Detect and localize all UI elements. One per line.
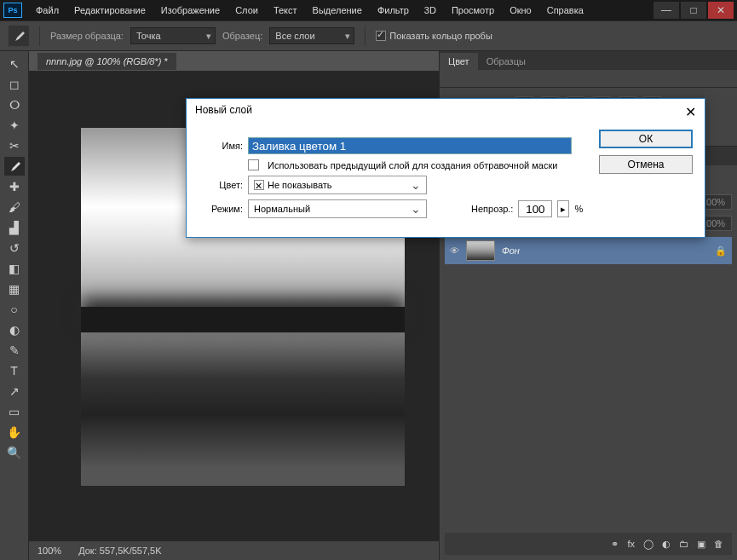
name-input[interactable] — [248, 137, 572, 154]
opacity-unit: % — [574, 204, 583, 214]
show-ring-label: Показать кольцо пробы — [389, 31, 492, 41]
brush-tool-icon[interactable]: 🖌 — [4, 198, 25, 216]
layer-thumbnail — [466, 240, 495, 261]
cancel-button[interactable]: Отмена — [599, 155, 693, 174]
minimize-button[interactable]: — — [654, 2, 679, 19]
color-row: Цвет: ✕ Не показывать — [199, 176, 693, 194]
doc-size: Док: 557,5K/557,5K — [78, 546, 161, 556]
menu-file[interactable]: Файл — [29, 3, 66, 18]
ok-button[interactable]: ОК — [599, 130, 693, 148]
sample-label: Образец: — [222, 31, 262, 41]
dialog-buttons: ОК Отмена — [599, 130, 693, 174]
crop-tool-icon[interactable]: ✂ — [4, 136, 25, 155]
layer-name[interactable]: Фон — [502, 245, 708, 256]
history-tool-icon[interactable]: ↺ — [4, 239, 25, 257]
dodge-tool-icon[interactable]: ◐ — [4, 320, 25, 339]
menu-help[interactable]: Справка — [540, 3, 590, 18]
stamp-tool-icon[interactable]: ▟ — [4, 218, 25, 237]
color-panel: Цвет Образцы — [440, 51, 737, 88]
opacity-label: Непрозр.: — [471, 204, 513, 214]
shape-tool-icon[interactable]: ▭ — [4, 402, 25, 421]
divider — [39, 26, 40, 46]
opacity-spinner[interactable]: ▸ — [557, 200, 569, 217]
color-panel-body — [440, 70, 737, 87]
eyedropper-preset-icon[interactable] — [9, 26, 29, 46]
sample-select[interactable]: Все слои — [269, 27, 354, 44]
lasso-tool-icon[interactable]: ⵔ — [4, 95, 25, 114]
menu-3d[interactable]: 3D — [417, 3, 443, 18]
move-tool-icon[interactable]: ↖ — [4, 55, 25, 73]
tab-color[interactable]: Цвет — [440, 53, 478, 70]
new-layer-dialog: Новый слой ✕ ОК Отмена Имя: Использовать… — [186, 98, 705, 238]
eyedropper-tool-icon[interactable] — [4, 157, 25, 176]
menu-edit[interactable]: Редактирование — [67, 3, 153, 18]
new-layer-icon[interactable]: ▣ — [697, 539, 705, 550]
hand-tool-icon[interactable]: ✋ — [4, 423, 25, 442]
document-tabs: пппп.jpg @ 100% (RGB/8*) * — [29, 51, 439, 72]
dialog-title: Новый слой — [195, 104, 252, 120]
tab-swatches[interactable]: Образцы — [478, 53, 534, 70]
fill-adj-icon[interactable]: ◐ — [662, 539, 671, 550]
divider — [365, 26, 366, 46]
eraser-tool-icon[interactable]: ◧ — [4, 259, 25, 278]
mode-label: Режим: — [199, 204, 243, 214]
blur-tool-icon[interactable]: ○ — [4, 300, 25, 319]
zoom-value[interactable]: 100% — [37, 546, 61, 556]
type-tool-icon[interactable]: T — [4, 361, 25, 380]
titlebar: Ps Файл Редактирование Изображение Слои … — [0, 0, 737, 20]
mask-icon[interactable]: ◯ — [643, 539, 654, 550]
menu-view[interactable]: Просмотр — [445, 3, 501, 18]
sample-size-select[interactable]: Точка — [130, 27, 216, 44]
app-logo-icon: Ps — [3, 3, 22, 18]
menu-layers[interactable]: Слои — [228, 3, 265, 18]
close-button[interactable]: ✕ — [708, 2, 734, 19]
x-swatch-icon: ✕ — [254, 180, 264, 190]
checkbox-icon — [248, 159, 259, 170]
doc-size-value: 557,5K/557,5K — [100, 546, 162, 556]
sample-size-label: Размер образца: — [50, 31, 124, 41]
show-ring-checkbox[interactable]: Показать кольцо пробы — [376, 31, 492, 41]
document-tab[interactable]: пппп.jpg @ 100% (RGB/8*) * — [37, 53, 176, 70]
fx-icon[interactable]: fx — [627, 539, 635, 549]
color-select[interactable]: ✕ Не показывать — [248, 176, 427, 194]
mode-row: Режим: Нормальный Непрозр.: ▸ % — [199, 199, 693, 218]
lock-icon: 🔒 — [715, 245, 727, 257]
menu-window[interactable]: Окно — [503, 3, 538, 18]
dialog-body: ОК Отмена Имя: Использовать предыдущий с… — [187, 125, 705, 237]
options-bar: Размер образца: Точка Образец: Все слои … — [0, 20, 737, 51]
mode-select[interactable]: Нормальный — [248, 199, 427, 218]
menubar: Файл Редактирование Изображение Слои Тек… — [29, 3, 652, 18]
trash-icon[interactable]: 🗑 — [714, 539, 723, 549]
color-label: Цвет: — [199, 180, 243, 190]
marquee-tool-icon[interactable]: ◻ — [4, 75, 25, 94]
layer-row-background[interactable]: 👁 Фон 🔒 — [445, 237, 732, 264]
link-icon[interactable]: ⚭ — [611, 539, 619, 550]
menu-select[interactable]: Выделение — [306, 3, 369, 18]
layers-footer: ⚭ fx ◯ ◐ 🗀 ▣ 🗑 — [445, 533, 732, 555]
pen-tool-icon[interactable]: ✎ — [4, 341, 25, 360]
status-bar: 100% Док: 557,5K/557,5K — [29, 541, 439, 560]
doc-size-label: Док: — [78, 546, 97, 556]
menu-filter[interactable]: Фильтр — [371, 3, 416, 18]
maximize-button[interactable]: □ — [681, 2, 706, 19]
wand-tool-icon[interactable]: ✦ — [4, 116, 25, 135]
clip-mask-label: Использовать предыдущий слой для создани… — [268, 160, 557, 170]
zoom-tool-icon[interactable]: 🔍 — [4, 443, 25, 462]
checkbox-icon — [376, 31, 386, 41]
toolbox: ↖ ◻ ⵔ ✦ ✂ ✚ 🖌 ▟ ↺ ◧ ▦ ○ ◐ ✎ T ↗ ▭ ✋ 🔍 — [0, 51, 29, 560]
path-tool-icon[interactable]: ↗ — [4, 382, 25, 401]
dialog-titlebar: Новый слой ✕ — [187, 99, 705, 125]
color-panel-tabs: Цвет Образцы — [440, 51, 737, 70]
window-controls: — □ ✕ — [652, 2, 734, 19]
name-label: Имя: — [199, 141, 243, 151]
menu-text[interactable]: Текст — [267, 3, 304, 18]
opacity-input[interactable] — [518, 200, 552, 217]
heal-tool-icon[interactable]: ✚ — [4, 177, 25, 196]
group-icon[interactable]: 🗀 — [679, 539, 688, 549]
color-value: Не показывать — [268, 180, 332, 190]
menu-image[interactable]: Изображение — [154, 3, 227, 18]
visibility-icon[interactable]: 👁 — [450, 245, 459, 256]
gradient-tool-icon[interactable]: ▦ — [4, 280, 25, 298]
dialog-close-icon[interactable]: ✕ — [685, 104, 696, 120]
